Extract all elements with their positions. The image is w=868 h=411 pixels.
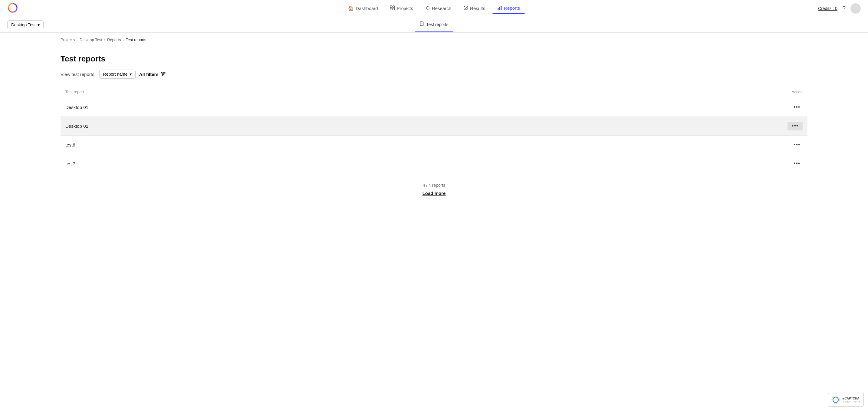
breadcrumb: Projects › Desktop Test › Reports › Test… xyxy=(0,33,868,47)
research-icon xyxy=(425,5,430,11)
table-row[interactable]: test6••• xyxy=(61,135,807,154)
filter-bar: View test reports. Report name ▾ All fil… xyxy=(61,70,807,79)
report-name-filter[interactable]: Report name ▾ xyxy=(99,70,135,79)
breadcrumb-sep-3: › xyxy=(123,38,124,42)
project-selector[interactable]: Desktop Test ▾ xyxy=(7,20,43,29)
table-row[interactable]: test7••• xyxy=(61,154,807,173)
home-icon: 🏠 xyxy=(348,6,354,11)
sub-nav-left: Desktop Test ▾ xyxy=(7,20,43,29)
breadcrumb-projects[interactable]: Projects xyxy=(61,37,75,42)
nav-dashboard-label: Dashboard xyxy=(355,6,378,11)
nav-right: Credits : 0 ? xyxy=(818,3,861,13)
svg-point-15 xyxy=(162,74,163,76)
chevron-down-icon: ▾ xyxy=(37,22,40,27)
svg-point-14 xyxy=(163,73,164,74)
more-actions-button[interactable]: ••• xyxy=(791,103,803,112)
nav-results[interactable]: Results xyxy=(459,3,490,13)
user-avatar[interactable] xyxy=(850,3,861,13)
filter-chevron-icon: ▾ xyxy=(129,72,132,76)
report-name-cell: Desktop 02 xyxy=(61,117,485,135)
reports-icon xyxy=(497,5,502,11)
svg-rect-3 xyxy=(391,8,392,10)
filter-sliders-icon xyxy=(160,71,166,77)
grid-icon xyxy=(390,5,395,11)
nav-reports[interactable]: Reports xyxy=(492,3,525,14)
nav-dashboard[interactable]: 🏠 Dashboard xyxy=(343,3,382,13)
svg-rect-7 xyxy=(499,7,500,10)
more-actions-button[interactable]: ••• xyxy=(787,122,803,130)
more-actions-button[interactable]: ••• xyxy=(791,159,803,168)
more-actions-button[interactable]: ••• xyxy=(791,140,803,149)
table-row[interactable]: Desktop 01••• xyxy=(61,98,807,117)
nav-research[interactable]: Research xyxy=(421,3,456,13)
action-cell: ••• xyxy=(485,154,807,173)
results-icon xyxy=(463,5,468,11)
action-cell: ••• xyxy=(485,98,807,117)
main-content: Test reports View test reports. Report n… xyxy=(0,47,868,208)
breadcrumb-test-reports: Test reports xyxy=(126,37,146,42)
page-title: Test reports xyxy=(61,54,807,64)
breadcrumb-desktop-test[interactable]: Desktop Test xyxy=(80,37,102,42)
all-filters-button[interactable]: All filters xyxy=(139,71,166,77)
project-selector-label: Desktop Test xyxy=(11,22,36,27)
test-reports-tab[interactable]: Test reports xyxy=(415,17,453,32)
nav-projects[interactable]: Projects xyxy=(385,3,418,13)
report-name-cell: test6 xyxy=(61,135,485,154)
svg-rect-8 xyxy=(501,6,501,10)
document-icon xyxy=(420,22,424,27)
svg-rect-1 xyxy=(391,6,392,7)
col-report-header: Test report xyxy=(61,86,485,98)
svg-rect-6 xyxy=(498,8,498,10)
top-nav: 🏠 Dashboard Projects Research xyxy=(0,0,868,17)
nav-reports-label: Reports xyxy=(504,5,520,10)
sub-tab-area: Test reports xyxy=(415,17,453,32)
pagination-area: 4 / 4 reports Load more xyxy=(61,173,807,201)
breadcrumb-reports[interactable]: Reports xyxy=(107,37,121,42)
svg-point-0 xyxy=(8,3,18,13)
action-cell: ••• xyxy=(485,117,807,135)
svg-rect-4 xyxy=(393,8,395,10)
col-action-header: Action xyxy=(485,86,807,98)
reports-table: Test report Action Desktop 01•••Desktop … xyxy=(61,86,807,173)
action-cell: ••• xyxy=(485,135,807,154)
report-name-cell: Desktop 01 xyxy=(61,98,485,117)
breadcrumb-sep-2: › xyxy=(104,38,105,42)
filter-subtitle: View test reports. xyxy=(61,72,96,77)
logo[interactable] xyxy=(7,2,18,14)
all-filters-label: All filters xyxy=(139,72,159,77)
nav-results-label: Results xyxy=(470,6,485,11)
report-name-cell: test7 xyxy=(61,154,485,173)
svg-rect-2 xyxy=(393,6,395,7)
credits-link[interactable]: Credits : 0 xyxy=(818,6,837,11)
nav-projects-label: Projects xyxy=(397,6,413,11)
nav-links: 🏠 Dashboard Projects Research xyxy=(343,3,525,14)
test-reports-tab-label: Test reports xyxy=(426,22,448,27)
table-row[interactable]: Desktop 02••• xyxy=(61,117,807,135)
sub-nav: Desktop Test ▾ Test reports xyxy=(0,17,868,33)
help-button[interactable]: ? xyxy=(842,5,846,12)
nav-research-label: Research xyxy=(432,6,451,11)
svg-point-13 xyxy=(162,72,163,73)
load-more-button[interactable]: Load more xyxy=(423,191,446,196)
report-name-filter-label: Report name xyxy=(103,72,128,76)
breadcrumb-sep-1: › xyxy=(76,38,78,42)
pagination-count: 4 / 4 reports xyxy=(61,183,807,188)
